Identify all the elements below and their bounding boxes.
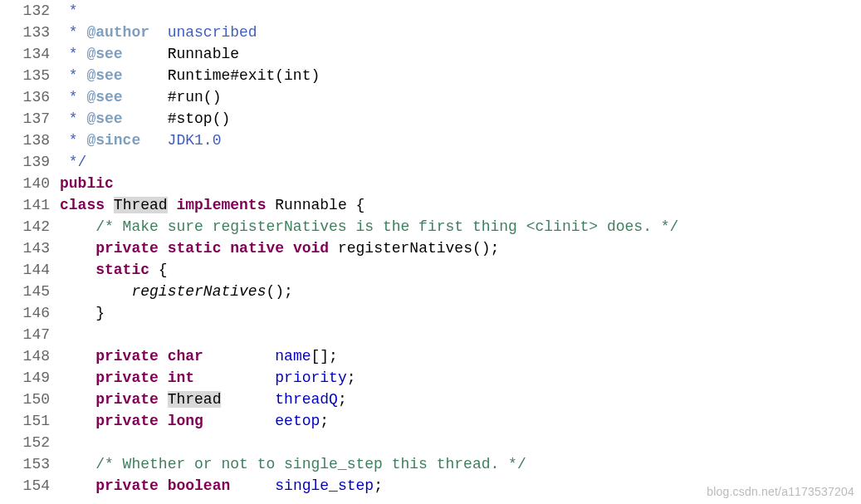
code-token: registerNatives(); [329, 240, 499, 257]
code-line[interactable]: private char name[]; [60, 345, 678, 367]
code-token: @see [86, 46, 122, 62]
code-token [60, 348, 95, 365]
code-line[interactable] [60, 432, 678, 453]
code-token: #run() [168, 89, 222, 105]
code-token [159, 348, 168, 365]
code-token [123, 67, 168, 84]
code-line[interactable]: public [60, 173, 678, 194]
code-token [123, 89, 168, 105]
code-token: eetop [275, 413, 320, 429]
code-editor[interactable]: 1321331341351361371381391401411421431441… [0, 0, 861, 497]
code-line[interactable]: * @see #stop() [60, 108, 678, 130]
code-token: */ [60, 154, 86, 170]
line-number: 134 [0, 43, 50, 65]
code-token [230, 477, 275, 494]
code-token: single_step [275, 477, 374, 494]
code-token [60, 218, 95, 235]
code-token [159, 391, 168, 408]
line-number: 149 [0, 367, 50, 389]
code-token: @since [86, 132, 140, 149]
code-line[interactable]: private long eetop; [60, 410, 678, 432]
code-token: * [60, 110, 86, 127]
code-token: ; [347, 369, 356, 386]
code-token: long [168, 413, 203, 429]
code-token: } [60, 305, 105, 321]
code-line[interactable]: private Thread threadQ; [60, 389, 678, 410]
code-line[interactable]: private boolean single_step; [60, 475, 678, 497]
code-token: boolean [168, 477, 231, 494]
line-number: 136 [0, 86, 50, 108]
code-token: * [60, 67, 86, 84]
code-line[interactable]: /* Whether or not to single_step this th… [60, 453, 678, 475]
code-token [284, 240, 293, 257]
code-token [123, 110, 168, 127]
code-token: Runnable [168, 46, 239, 62]
code-line[interactable]: */ [60, 151, 678, 173]
code-token: Runtime#exit(int) [168, 67, 320, 84]
code-line[interactable]: * @see Runnable [60, 43, 678, 65]
code-token: public [60, 175, 114, 192]
code-token: void [293, 240, 329, 257]
code-token [105, 197, 114, 213]
line-number: 154 [0, 475, 50, 497]
code-token: private [95, 369, 159, 386]
code-line[interactable]: * [60, 0, 678, 22]
code-token [221, 391, 275, 408]
code-token: * [60, 24, 86, 41]
code-token: Thread [168, 391, 222, 408]
code-token [168, 197, 177, 213]
code-token [60, 369, 95, 386]
code-token: @see [86, 89, 122, 105]
source-code[interactable]: * * @author unascribed * @see Runnable *… [56, 0, 678, 497]
code-line[interactable]: } [60, 302, 678, 324]
code-line[interactable]: static { [60, 259, 678, 281]
code-token: @see [86, 67, 122, 84]
code-token: ; [374, 477, 383, 494]
code-token: static [95, 262, 149, 278]
watermark: blog.csdn.net/a1173537204 [707, 481, 854, 502]
code-token: * [60, 46, 86, 62]
code-line[interactable]: * @see Runtime#exit(int) [60, 65, 678, 86]
code-line[interactable]: class Thread implements Runnable { [60, 194, 678, 216]
code-token [60, 391, 95, 408]
code-token: priority [275, 369, 346, 386]
code-token: unascribed [149, 24, 257, 41]
code-token: []; [311, 348, 338, 365]
code-token [123, 46, 168, 62]
code-token: Thread [114, 197, 168, 213]
code-token: /* Make sure registerNatives is the firs… [95, 218, 678, 235]
code-token: (); [266, 283, 292, 300]
code-token: ; [320, 413, 329, 429]
line-number: 142 [0, 216, 50, 237]
code-token: { [149, 262, 168, 278]
code-token: threadQ [275, 391, 338, 408]
code-token [159, 477, 168, 494]
code-token [60, 413, 95, 429]
code-token: private [95, 348, 159, 365]
code-token: private [95, 240, 159, 257]
code-token: /* Whether or not to single_step this th… [95, 456, 526, 472]
line-number: 145 [0, 281, 50, 302]
code-line[interactable]: private static native void registerNativ… [60, 237, 678, 259]
code-token [60, 240, 95, 257]
code-token: Runnable { [266, 197, 364, 213]
line-number: 150 [0, 389, 50, 410]
code-token [203, 348, 275, 365]
code-token: private [95, 391, 159, 408]
code-line[interactable]: /* Make sure registerNatives is the firs… [60, 216, 678, 237]
line-number: 143 [0, 237, 50, 259]
code-token: #stop() [168, 110, 231, 127]
code-token [159, 413, 168, 429]
code-line[interactable]: private int priority; [60, 367, 678, 389]
code-line[interactable]: registerNatives(); [60, 281, 678, 302]
code-token: @author [86, 24, 149, 41]
line-number: 148 [0, 345, 50, 367]
code-line[interactable]: * @author unascribed [60, 22, 678, 43]
code-token [60, 456, 95, 472]
line-number: 139 [0, 151, 50, 173]
line-number: 132 [0, 0, 50, 22]
code-line[interactable] [60, 324, 678, 345]
code-line[interactable]: * @since JDK1.0 [60, 130, 678, 151]
code-token: native [230, 240, 284, 257]
code-line[interactable]: * @see #run() [60, 86, 678, 108]
